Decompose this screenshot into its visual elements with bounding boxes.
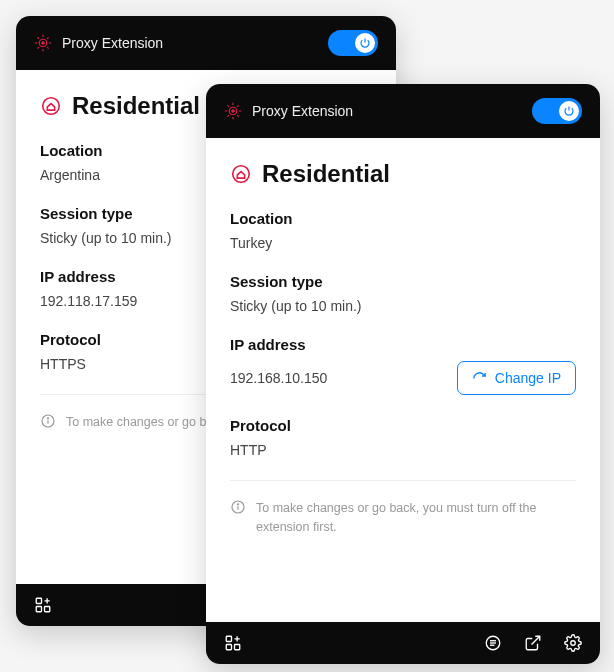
protocol-value: HTTP bbox=[230, 442, 576, 458]
header: Proxy Extension bbox=[206, 84, 600, 138]
svg-line-7 bbox=[47, 47, 49, 49]
ip-value: 192.168.10.150 bbox=[230, 370, 327, 386]
header: Proxy Extension bbox=[16, 16, 396, 70]
protocol-field: Protocol HTTP bbox=[230, 417, 576, 458]
proxy-panel-front: Proxy Extension Residential Location Tur… bbox=[206, 84, 600, 664]
divider bbox=[230, 480, 576, 481]
header-left: Proxy Extension bbox=[224, 102, 353, 120]
proxy-type-title: Residential bbox=[72, 92, 200, 120]
svg-line-42 bbox=[532, 636, 540, 644]
svg-line-6 bbox=[37, 37, 39, 39]
target-icon bbox=[34, 34, 52, 52]
info-icon bbox=[230, 499, 246, 515]
svg-rect-33 bbox=[226, 636, 231, 641]
home-icon bbox=[230, 163, 252, 185]
external-link-icon[interactable] bbox=[524, 634, 542, 652]
header-left: Proxy Extension bbox=[34, 34, 163, 52]
svg-point-13 bbox=[47, 418, 48, 419]
apps-icon[interactable] bbox=[224, 634, 242, 652]
svg-rect-14 bbox=[36, 598, 41, 603]
svg-line-9 bbox=[47, 37, 49, 39]
list-icon[interactable] bbox=[484, 634, 502, 652]
svg-line-8 bbox=[37, 47, 39, 49]
location-value: Turkey bbox=[230, 235, 576, 251]
toggle-knob bbox=[559, 101, 579, 121]
refresh-icon bbox=[472, 371, 487, 386]
app-title: Proxy Extension bbox=[62, 35, 163, 51]
svg-point-32 bbox=[237, 504, 238, 505]
proxy-type-row: Residential bbox=[230, 160, 576, 188]
svg-point-29 bbox=[233, 166, 250, 183]
session-field: Session type Sticky (up to 10 min.) bbox=[230, 273, 576, 314]
location-label: Location bbox=[230, 210, 576, 227]
proxy-type-title: Residential bbox=[262, 160, 390, 188]
power-toggle[interactable] bbox=[328, 30, 378, 56]
change-ip-button[interactable]: Change IP bbox=[457, 361, 576, 395]
power-toggle[interactable] bbox=[532, 98, 582, 124]
svg-point-1 bbox=[42, 42, 44, 44]
svg-line-27 bbox=[227, 115, 229, 117]
note-text: To make changes or go back, you must tur… bbox=[256, 499, 576, 537]
change-ip-label: Change IP bbox=[495, 370, 561, 386]
svg-point-10 bbox=[43, 98, 60, 115]
svg-point-43 bbox=[571, 641, 576, 646]
note: To make changes or go back, you must tur… bbox=[230, 493, 576, 547]
toggle-knob bbox=[355, 33, 375, 53]
svg-line-28 bbox=[237, 105, 239, 107]
apps-icon[interactable] bbox=[34, 596, 52, 614]
info-icon bbox=[40, 413, 56, 429]
location-field: Location Turkey bbox=[230, 210, 576, 251]
gear-icon[interactable] bbox=[564, 634, 582, 652]
home-icon bbox=[40, 95, 62, 117]
svg-rect-34 bbox=[226, 645, 231, 650]
app-title: Proxy Extension bbox=[252, 103, 353, 119]
content: Residential Location Turkey Session type… bbox=[206, 138, 600, 622]
session-value: Sticky (up to 10 min.) bbox=[230, 298, 576, 314]
svg-rect-16 bbox=[45, 607, 50, 612]
footer bbox=[206, 622, 600, 664]
ip-label: IP address bbox=[230, 336, 576, 353]
svg-point-20 bbox=[232, 110, 234, 112]
ip-field: IP address 192.168.10.150 Change IP bbox=[230, 336, 576, 395]
svg-rect-15 bbox=[36, 607, 41, 612]
svg-line-26 bbox=[237, 115, 239, 117]
svg-rect-35 bbox=[235, 645, 240, 650]
svg-line-25 bbox=[227, 105, 229, 107]
footer-right bbox=[484, 634, 582, 652]
protocol-label: Protocol bbox=[230, 417, 576, 434]
session-label: Session type bbox=[230, 273, 576, 290]
target-icon bbox=[224, 102, 242, 120]
